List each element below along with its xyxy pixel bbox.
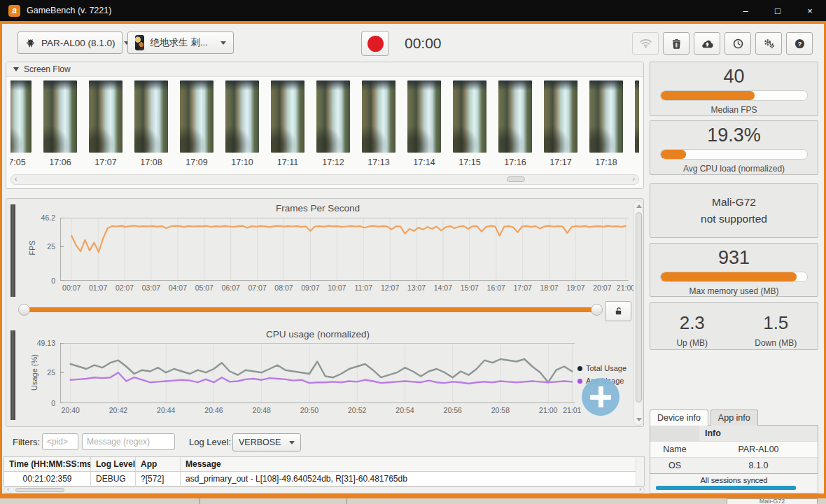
x-tick-label: 21:00 xyxy=(539,406,557,414)
screen-thumbnail[interactable] xyxy=(89,80,122,153)
device-selector-dropdown[interactable]: PAR-AL00 (8.1.0) xyxy=(18,31,122,54)
scroll-right-icon[interactable]: › xyxy=(639,486,641,493)
thumbnail-timestamp: 17:07 xyxy=(89,158,122,167)
scroll-right-icon[interactable]: › xyxy=(633,175,635,183)
help-button[interactable]: ? xyxy=(786,32,813,55)
app-logo-icon: a xyxy=(8,5,20,17)
log-column-header[interactable]: Time (HH:MM:SS:ms) xyxy=(4,457,91,471)
x-tick-label: 01:07 xyxy=(89,284,107,292)
tab-device-info[interactable]: Device info xyxy=(650,410,708,426)
log-vertical-scrollbar[interactable] xyxy=(636,457,644,486)
x-tick-label: 18:07 xyxy=(540,284,558,292)
chart-drag-handle[interactable] xyxy=(10,204,18,297)
maximize-button[interactable]: □ xyxy=(762,0,794,21)
screen-thumbnail[interactable] xyxy=(134,80,168,153)
screen-thumbnail[interactable] xyxy=(225,80,259,153)
scrollbar-thumb[interactable] xyxy=(507,176,525,182)
trash-button[interactable] xyxy=(663,32,690,55)
sync-progress-bar xyxy=(656,486,796,490)
x-tick-label: 20:44 xyxy=(157,406,175,414)
cloud-upload-icon xyxy=(701,39,714,48)
legend-item: Total Usage xyxy=(578,364,626,372)
chart-drag-handle[interactable] xyxy=(10,330,18,420)
settings-gears-button[interactable] xyxy=(755,32,782,55)
charts-scrollbar[interactable] xyxy=(634,200,643,426)
screen-thumbnail[interactable] xyxy=(589,80,623,153)
x-tick-label: 12:07 xyxy=(381,284,399,292)
log-row[interactable]: 00:21:02:359DEBUG?[572]asd_primary_out -… xyxy=(4,472,644,486)
filters-label: Filters: xyxy=(13,437,40,447)
collapse-triangle-icon xyxy=(13,67,19,71)
close-button[interactable]: × xyxy=(794,0,826,21)
message-filter-input[interactable] xyxy=(82,433,175,450)
scroll-left-icon[interactable]: ‹ xyxy=(15,175,17,183)
charts-panel: Frames Per Second FPS 46.2250 00:0701:07… xyxy=(6,198,644,427)
device-selector-label: PAR-AL00 (8.1.0) xyxy=(41,38,115,48)
fps-chart-title: Frames Per Second xyxy=(6,203,629,214)
x-tick-label: 13:07 xyxy=(407,284,426,292)
screen-thumbnail[interactable] xyxy=(180,80,214,153)
minimize-button[interactable]: – xyxy=(729,0,762,21)
stat-value: 40 xyxy=(650,66,818,88)
x-tick-label: 21:01 xyxy=(563,406,581,414)
slider-handle-left[interactable] xyxy=(18,304,30,316)
screen-thumbnail[interactable] xyxy=(544,80,578,153)
x-tick-label: 20:07 xyxy=(593,284,611,292)
tab-app-info[interactable]: App info xyxy=(710,410,758,426)
x-tick-label: 17:07 xyxy=(514,284,532,292)
info-table: InfoNamePAR-AL00OS8.1.0 xyxy=(650,425,818,474)
history-clock-button[interactable] xyxy=(724,32,751,55)
log-level-dropdown[interactable]: VERBOSE xyxy=(232,433,301,451)
background-window-strip: Mali-G72 xyxy=(0,498,826,504)
stat-progress-bar xyxy=(660,90,808,101)
sync-status: All sessions synced xyxy=(650,475,818,493)
sync-status-text: All sessions synced xyxy=(650,476,818,484)
x-tick-label: 19:07 xyxy=(566,284,584,292)
screen-thumbnail[interactable] xyxy=(10,80,31,153)
x-tick-label: 00:07 xyxy=(62,284,80,292)
screen-thumbnail[interactable] xyxy=(498,80,532,153)
scrollbar-thumb[interactable] xyxy=(636,212,642,402)
thumbnail-timestamp: 17:10 xyxy=(225,158,259,167)
y-tick-label: 49.13 xyxy=(37,339,55,347)
screen-thumbnail[interactable] xyxy=(316,80,350,153)
screen-thumbnail[interactable] xyxy=(271,80,304,153)
screen-thumbnail[interactable] xyxy=(453,80,486,153)
scroll-up-icon[interactable] xyxy=(636,204,642,208)
y-tick-label: 0 xyxy=(51,399,55,407)
pid-filter-input[interactable] xyxy=(42,433,78,450)
info-table-header: Info xyxy=(650,426,818,442)
thumbnail-timestamp: 17:12 xyxy=(316,158,350,167)
add-chart-button[interactable] xyxy=(582,378,620,416)
x-tick-label: 04:07 xyxy=(169,284,187,292)
wifi-button xyxy=(632,32,659,55)
screen-thumbnail[interactable] xyxy=(407,80,441,153)
screen-flow-panel: Screen Flow 17:0517:0617:0717:0817:0917:… xyxy=(6,62,644,189)
log-horizontal-scrollbar[interactable]: ‹ › xyxy=(4,486,645,493)
lock-range-button[interactable] xyxy=(605,301,631,321)
slider-handle-right[interactable] xyxy=(591,304,603,316)
window-title: GameBench (v. 7221) xyxy=(27,6,111,15)
stat-card-avg-cpu-load-normalized-: 19.3%Avg CPU load (normalized) xyxy=(650,120,818,175)
window-border-bottom xyxy=(0,493,826,498)
record-button[interactable] xyxy=(361,31,389,56)
scroll-down-icon[interactable] xyxy=(636,418,642,421)
scrollbar-thumb[interactable] xyxy=(15,488,64,492)
fps-chart xyxy=(60,218,629,281)
log-column-header[interactable]: Log Level xyxy=(91,457,136,471)
log-column-header[interactable]: Message xyxy=(181,457,644,471)
history-clock-icon xyxy=(733,38,743,49)
screen-flow-scrollbar[interactable]: ‹ › xyxy=(10,174,639,185)
screen-thumbnail[interactable] xyxy=(362,80,396,153)
timeline-range-slider[interactable] xyxy=(24,307,596,312)
scroll-left-icon[interactable]: ‹ xyxy=(7,486,9,493)
app-selector-dropdown[interactable]: 绝地求生 刺... xyxy=(127,31,234,54)
screen-thumbnail[interactable] xyxy=(635,80,639,153)
log-column-header[interactable]: App xyxy=(136,457,181,471)
thumbnail-timestamp: 17:08 xyxy=(134,158,168,167)
cloud-upload-button[interactable] xyxy=(694,32,720,55)
help-icon: ? xyxy=(794,38,805,49)
screen-flow-header[interactable]: Screen Flow xyxy=(6,62,643,77)
info-tabs: Device infoApp info xyxy=(650,410,818,426)
screen-thumbnail[interactable] xyxy=(43,80,77,153)
